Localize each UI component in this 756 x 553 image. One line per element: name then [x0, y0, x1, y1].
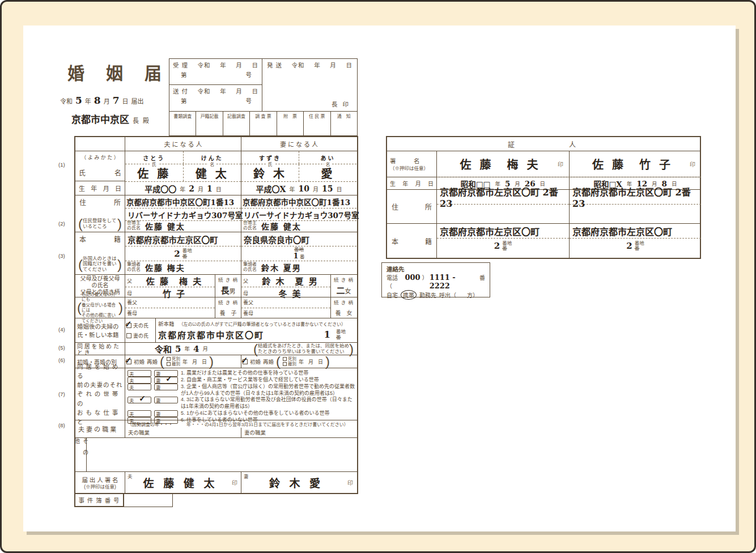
dob-l1: 生 — [79, 184, 85, 193]
form-title: 婚 姻 届 — [67, 59, 164, 84]
recipient-line: 京都市中京区 長 殿 — [71, 112, 150, 126]
cohabit-y: 年 — [184, 346, 190, 352]
row-number-4: (4) — [58, 326, 65, 333]
addr-r: 所 — [114, 197, 121, 207]
husband-remarriage-cell: 初婚 再婚 ( 死別 離別 年月日 ) — [125, 355, 241, 368]
mei-tag: 名 — [208, 161, 216, 167]
new-honseki-cell: 新本籍（左の☑の氏の人がすでに戸籍の筆頭者となっているときは書かないでください）… — [156, 318, 357, 342]
witness2-signature: 佐 藤 竹 子 — [592, 156, 673, 172]
contact-type: 自宅 携帯 勤務先 呼出（ 方） — [387, 290, 485, 300]
case-number-row: 事 件 簿 番 号 — [74, 494, 358, 507]
signature-section: 届 出 人 署 名 (※押印は任意) 夫 佐 藤 健 太 印 妻 鈴 木 愛 印 — [75, 471, 357, 493]
hasso-m: 月 — [330, 61, 337, 69]
divorced-checkbox — [167, 362, 171, 366]
juri-label: 受 理 — [173, 61, 188, 69]
contact-kata-label: 方） — [467, 291, 478, 299]
honseki-section: 本籍 (外国人のときは 国籍だけを書い てください) 京都府京都市左京区〇町 2… — [75, 232, 357, 274]
wife-honseki-number: 1 — [294, 252, 299, 260]
husband-first-marriage-checkbox — [126, 359, 131, 364]
wife-tag: 妻 — [156, 370, 161, 377]
name-label-cell: （ よ み か た ） 氏 名 生 年 月 日 — [75, 151, 125, 195]
cohabit-m: 月 — [202, 346, 208, 352]
honseki-note-text: 外国人のときは 国籍だけを書い てください — [83, 256, 117, 273]
clerk-check-strip: 書類調査 戸籍記載 記載調査 調 査 票 附 票 住 民 票 通 知 — [169, 111, 357, 135]
wife-dob-d: 日 — [336, 185, 342, 193]
address-note: (住民登録をして いるところ) — [78, 218, 122, 230]
ban-label-struck: 番 — [502, 245, 507, 251]
husband-column-header: 夫 に な る 人 — [125, 137, 241, 151]
signature-label: 届 出 人 署 名 (※押印は任意) — [75, 472, 125, 493]
strip-kisai-chosa: 記載調査 — [223, 112, 250, 135]
witness2-address: 京都府京都市左京区〇町 2番23 — [569, 190, 701, 223]
husband-tag: 夫 — [129, 417, 134, 424]
rem-y: 年 — [182, 358, 188, 365]
addr-l: 住 — [79, 197, 86, 207]
filing-era: 令和 — [60, 96, 73, 105]
householder-tag: 世帯主 の氏名 — [243, 221, 257, 231]
wife-column-header: 妻 に な る 人 — [241, 137, 356, 151]
husband-dob-y: 年 — [180, 185, 185, 193]
mayor-seal-label: 長 印 — [332, 100, 352, 109]
sofu-d: 日 — [252, 87, 258, 95]
shimei-l: 氏 — [79, 168, 86, 177]
husband-adopt-relation-cell: 続 き 柄 養 子 — [215, 297, 241, 318]
wife-surname-label: 妻の氏 — [133, 332, 148, 339]
husband-honseki-cell: 京都府京都市左京区〇町 2 番地番 筆頭者 の氏名佐藤 梅夫 — [125, 232, 241, 274]
husband-tag: 夫 — [129, 384, 134, 390]
widowed-label: 死別 — [172, 357, 180, 361]
household-option-row: 夫妻4. 3にあてはまらない常用勤労者世帯及び会社団体の役員の世帯（日々または1… — [128, 397, 355, 410]
name-section: （ よ み か た ） 氏 名 生 年 月 日 さとう けんた 氏 — [75, 151, 357, 195]
phone-close: ） — [422, 273, 428, 282]
husband-tag: 夫 — [129, 377, 134, 384]
wife-householder-name: 佐藤 健太 — [261, 220, 301, 232]
husband-dob-era: 平成〇〇 — [145, 183, 176, 194]
husband-dob: 平成〇〇 年 2 月 1 日 — [125, 181, 241, 195]
husband-dob-month: 2 — [189, 184, 194, 193]
husband-tag: 夫 — [129, 410, 134, 417]
husband-honseki-place: 京都府京都市左京区〇町 — [128, 233, 218, 245]
ban-label-struck: 番 — [336, 334, 341, 340]
juri-no-prefix: 第 — [181, 70, 187, 79]
wife-option-checkbox: 妻 — [154, 397, 178, 403]
strip-shorui-chosa: 書類調査 — [169, 112, 196, 135]
wife-dob-era: 平成〇X — [256, 183, 286, 194]
witness-header: 証 人 — [387, 137, 700, 151]
wife-occupation-field: 妻の職業 — [241, 428, 357, 437]
wife-relation-suffix: 女 — [345, 288, 351, 295]
reception-sofu-cell: 送 付 令和 年 月 日 第 号 — [169, 84, 262, 110]
wife-remarriage-cell: 初婚 再婚 ( 死別 離別 年月日 ) — [241, 355, 356, 368]
shimei-label: 氏 名 — [75, 164, 125, 181]
sei-tag: 氏 — [150, 161, 158, 167]
contact-home-label: 自宅 — [387, 291, 398, 299]
form-page: 婚 姻 届 令和 5 年 8 月 7 日 届出 京都市中京区 長 殿 受 理 令… — [23, 25, 736, 531]
witness2-signature-cell: 佐 藤 竹 子 印 — [569, 151, 701, 177]
wife-tag: 妻 — [156, 410, 161, 417]
husband-parents-cell: 父佐 藤 梅 夫 母竹 子 続 き 柄 長男 — [125, 275, 241, 297]
wife-relation-cell: 続 き 柄 二女 — [330, 275, 356, 297]
hasso-label: 発 送 — [267, 61, 282, 69]
wife-honseki-cell: 奈良県奈良市〇町 番地1 番 筆頭者 の氏名鈴木 夏男 — [241, 232, 356, 274]
father-tag: 父 — [243, 277, 248, 284]
hasso-y: 年 — [314, 61, 321, 69]
cohabit-note: 結婚式をあげたとき、または、同居を始め たときのうち早いほうを書いてください — [258, 343, 349, 355]
relation-tag: 続 き 柄 — [218, 299, 238, 305]
juri-m: 月 — [236, 61, 243, 69]
wife-address-line1: 京都府京都市中京区〇町1番13 — [243, 196, 350, 207]
after-marriage-section: 婚姻後の夫婦の 氏・新しい本籍 夫の氏 妻の氏 新本籍（左の☑の氏の人がすでに戸… — [75, 318, 357, 342]
honseki-note: (外国人のときは 国籍だけを書い てください) — [78, 256, 122, 273]
contact-phone: 電話（ 000 ） 1111 - 2222 番 — [387, 273, 485, 290]
witness2-address-value: 京都府京都市左京区〇町 2番23 — [572, 185, 698, 209]
remarriage-option-label: 再婚 — [147, 358, 158, 365]
witness1-seal-mark: 印 — [558, 160, 563, 168]
month-unit: 月 — [104, 96, 110, 105]
wife-signature-cell: 妻 鈴 木 愛 印 — [241, 472, 356, 493]
reception-left: 受 理 令和 年 月 日 第 号 送 付 令和 年 — [169, 59, 262, 111]
w-addr-l: 住 — [392, 202, 398, 211]
wife-option-checkbox: 妻 — [154, 417, 178, 424]
husband-option-checkbox: 夫 — [128, 410, 151, 417]
witness-table: 証 人 署 名 （※押印は任意） 佐 藤 梅 夫 印 佐 藤 竹 子 印 生 年… — [386, 136, 701, 259]
relation-tag: 続 き 柄 — [218, 276, 238, 283]
wife-seal-mark: 印 — [347, 478, 353, 487]
sofu-label: 送 付 — [173, 87, 188, 95]
reception-top: 受 理 令和 年 月 日 第 号 送 付 令和 年 — [169, 59, 357, 111]
